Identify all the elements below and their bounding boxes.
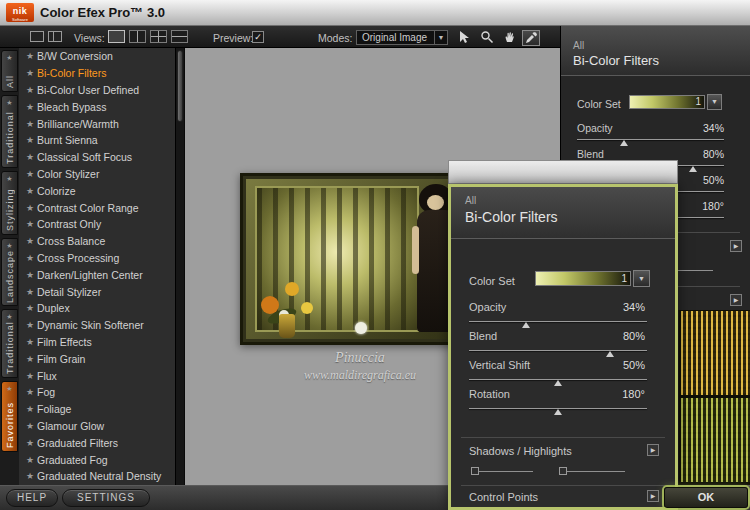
favorite-star-icon[interactable]: ★ [26, 152, 37, 162]
favorite-star-icon[interactable]: ★ [26, 455, 37, 465]
favorite-star-icon[interactable]: ★ [26, 387, 37, 397]
filter-item[interactable]: ★Burnt Sienna [19, 132, 184, 149]
favorite-star-icon[interactable]: ★ [26, 320, 37, 330]
view-split-vertical-button[interactable] [129, 30, 146, 43]
favorite-star-icon[interactable]: ★ [26, 186, 37, 196]
slider-handle[interactable] [689, 166, 697, 172]
filter-item[interactable]: ★Detail Stylizer [19, 283, 184, 300]
scrollbar-thumb[interactable] [177, 50, 183, 122]
filter-item[interactable]: ★Film Effects [19, 334, 184, 351]
favorite-star-icon[interactable]: ★ [26, 303, 37, 313]
opacity-slider[interactable] [577, 139, 724, 140]
filter-item[interactable]: ★Bleach Bypass [19, 98, 184, 115]
view-single-button[interactable] [108, 30, 125, 43]
filter-item[interactable]: ★Cross Balance [19, 233, 184, 250]
highlights-mini-slider[interactable] [559, 471, 625, 472]
filter-thumbnail[interactable] [681, 398, 750, 482]
mini-slider-handle[interactable] [471, 467, 479, 475]
slider-handle[interactable] [554, 380, 562, 386]
tab-traditional-2[interactable]: ★ Traditional [1, 309, 18, 378]
favorite-star-icon[interactable]: ★ [26, 169, 37, 179]
favorite-star-icon[interactable]: ★ [26, 219, 37, 229]
filter-item[interactable]: ★Graduated Neutral Density [19, 468, 184, 485]
filter-item[interactable]: ★Darken/Lighten Center [19, 266, 184, 283]
filter-item[interactable]: ★Duplex [19, 300, 184, 317]
select-arrow-tool[interactable] [455, 30, 473, 46]
filter-item[interactable]: ★Classical Soft Focus [19, 149, 184, 166]
ok-button[interactable]: OK [664, 487, 748, 508]
shadows-highlights-expander[interactable]: ▶ [647, 444, 659, 456]
filter-item[interactable]: ★Colorize [19, 182, 184, 199]
filter-item[interactable]: ★Graduated Fog [19, 451, 184, 468]
filter-item[interactable]: ★Graduated Filters [19, 434, 184, 451]
favorite-star-icon[interactable]: ★ [26, 119, 37, 129]
floating-panel-drag-bar[interactable] [448, 160, 678, 184]
favorite-star-icon[interactable]: ★ [26, 471, 37, 481]
favorite-star-icon[interactable]: ★ [26, 85, 37, 95]
control-points-expander[interactable]: ▶ [647, 490, 659, 502]
blend-slider[interactable] [469, 350, 647, 351]
favorite-star-icon[interactable]: ★ [26, 51, 37, 61]
preview-checkbox[interactable]: ✓ [252, 31, 264, 43]
filter-item[interactable]: ★Cross Processing [19, 250, 184, 267]
eyedropper-tool[interactable] [522, 30, 540, 46]
view-split-horizontal-button[interactable] [171, 30, 188, 43]
opacity-slider[interactable] [469, 321, 647, 322]
filter-item[interactable]: ★Color Stylizer [19, 166, 184, 183]
favorite-star-icon[interactable]: ★ [26, 354, 37, 364]
filter-item[interactable]: ★Glamour Glow [19, 418, 184, 435]
color-set-dropdown-arrow[interactable]: ▼ [633, 270, 650, 287]
favorite-star-icon[interactable]: ★ [26, 102, 37, 112]
filter-item[interactable]: ★Bi-Color User Defined [19, 82, 184, 99]
tab-favorites[interactable]: ★ Favorites [1, 381, 18, 452]
control-points-expander[interactable]: ▶ [730, 294, 742, 306]
slider-handle[interactable] [606, 351, 614, 357]
filter-item[interactable]: ★Contrast Only [19, 216, 184, 233]
filter-item-selected[interactable]: ★Bi-Color Filters [19, 65, 184, 82]
filter-item[interactable]: ★Brilliance/Warmth [19, 115, 184, 132]
color-set-swatch[interactable]: 1 [535, 271, 631, 286]
filter-item[interactable]: ★Contrast Color Range [19, 199, 184, 216]
favorite-star-icon[interactable]: ★ [26, 287, 37, 297]
favorite-star-icon[interactable]: ★ [26, 236, 37, 246]
tab-traditional-1[interactable]: ★ Traditional [1, 95, 18, 168]
filter-item[interactable]: ★Film Grain [19, 350, 184, 367]
slider-handle[interactable] [554, 409, 562, 415]
filter-item[interactable]: ★Flux [19, 367, 184, 384]
slider-handle[interactable] [522, 322, 530, 328]
filter-item[interactable]: ★B/W Conversion [19, 48, 184, 65]
mini-slider-handle[interactable] [559, 467, 567, 475]
color-set-swatch[interactable]: 1 [629, 95, 705, 109]
favorite-star-icon[interactable]: ★ [26, 203, 37, 213]
view-side-by-side-button[interactable] [150, 30, 167, 43]
tab-all[interactable]: ★ All [1, 50, 18, 92]
settings-button[interactable]: SETTINGS [62, 489, 150, 507]
shadows-mini-slider[interactable] [471, 471, 533, 472]
zoom-tool[interactable] [478, 30, 496, 46]
favorite-star-icon[interactable]: ★ [26, 438, 37, 448]
filter-item[interactable]: ★Dynamic Skin Softener [19, 317, 184, 334]
shadows-highlights-expander[interactable]: ▶ [730, 240, 742, 252]
slider-handle[interactable] [620, 140, 628, 146]
tab-landscape[interactable]: ★ Landscape [1, 238, 18, 306]
filter-item[interactable]: ★Fog [19, 384, 184, 401]
favorite-star-icon[interactable]: ★ [26, 68, 37, 78]
favorite-star-icon[interactable]: ★ [26, 270, 37, 280]
modes-dropdown[interactable]: Original Image ▼ [356, 30, 448, 45]
favorite-star-icon[interactable]: ★ [26, 404, 37, 414]
pan-hand-tool[interactable] [501, 30, 519, 46]
single-pane-icon[interactable] [30, 31, 44, 42]
color-set-dropdown-arrow[interactable]: ▼ [707, 94, 722, 110]
help-button[interactable]: HELP [6, 489, 58, 507]
favorite-star-icon[interactable]: ★ [26, 371, 37, 381]
favorite-star-icon[interactable]: ★ [26, 253, 37, 263]
split-pane-icon[interactable] [48, 31, 62, 42]
vertical-shift-slider[interactable] [469, 379, 647, 380]
filter-item[interactable]: ★Foliage [19, 401, 184, 418]
filter-list-scrollbar[interactable] [175, 48, 184, 485]
favorite-star-icon[interactable]: ★ [26, 135, 37, 145]
favorite-star-icon[interactable]: ★ [26, 421, 37, 431]
favorite-star-icon[interactable]: ★ [26, 337, 37, 347]
rotation-slider[interactable] [469, 408, 647, 409]
filter-thumbnail[interactable] [681, 311, 750, 395]
